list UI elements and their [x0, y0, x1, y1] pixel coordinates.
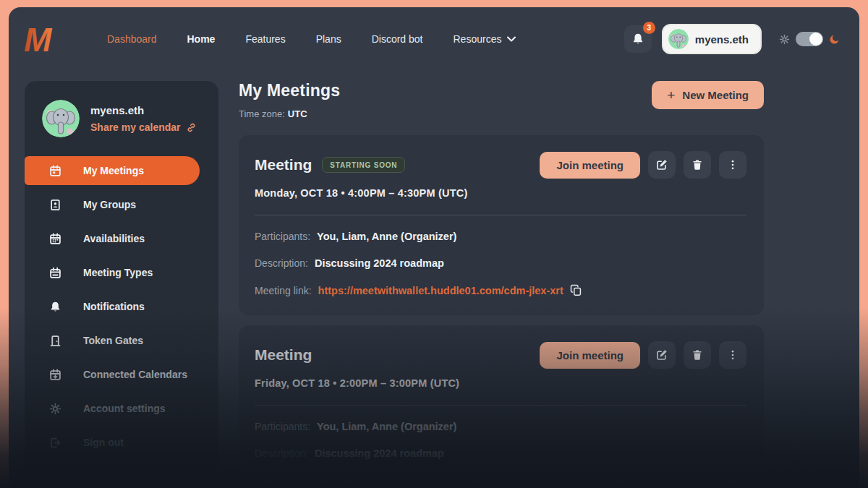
notification-count-badge: 3 — [643, 22, 655, 34]
meeting-link-label: Meeting link: — [255, 285, 312, 296]
participants-value: You, Liam, Anne (Organizer) — [317, 421, 456, 432]
divider — [255, 405, 746, 406]
theme-toggle[interactable] — [796, 32, 823, 46]
trash-icon — [692, 349, 703, 361]
more-options-button[interactable] — [719, 341, 746, 369]
gear-icon — [49, 403, 61, 415]
meeting-datetime: Monday, OCT 18 • 4:00PM – 4:30PM (UTC) — [255, 187, 746, 199]
nav-link-resources-label: Resources — [454, 33, 502, 45]
delete-meeting-button[interactable] — [684, 151, 711, 179]
description-label: Description: — [255, 448, 308, 459]
nav-links: Dashboard Home Features Plans Discord bo… — [107, 33, 516, 45]
sidebar-item-label: Availabilities — [83, 233, 145, 244]
main-header: My Meetings Time zone:UTC + New Meeting — [239, 81, 764, 119]
divider — [255, 215, 746, 215]
participants-row: Participants: You, Liam, Anne (Organizer… — [255, 421, 746, 432]
sidebar-item-my-meetings[interactable]: My Meetings — [25, 156, 200, 185]
gear-icon[interactable] — [779, 34, 790, 45]
participants-row: Participants: You, Liam, Anne (Organizer… — [255, 231, 746, 242]
sidebar-item-connected-calendars[interactable]: Connected Calendars — [25, 360, 218, 389]
avatar — [42, 100, 80, 137]
nav-link-discord-bot[interactable]: Discord bot — [372, 33, 423, 45]
sidebar-item-meeting-types[interactable]: Meeting Types — [25, 258, 218, 287]
status-badge: STARTING SOON — [322, 157, 405, 173]
meeting-link-row: Meeting link: https://meetwithwallet.hud… — [255, 284, 746, 296]
description-row: Description: Discussing 2024 roadmap — [255, 448, 746, 459]
meeting-link[interactable]: https://meetwithwallet.huddle01.com/cdm-… — [318, 285, 563, 296]
sidebar-item-sign-out[interactable]: Sign out — [25, 428, 218, 457]
door-icon — [49, 335, 61, 347]
calendar-type-icon — [49, 267, 61, 279]
sidebar-item-account-settings[interactable]: Account settings — [25, 394, 218, 423]
calendar-icon — [49, 165, 61, 177]
nav-link-dashboard[interactable]: Dashboard — [107, 33, 157, 45]
share-calendar-link[interactable]: Share my calendar — [90, 121, 197, 133]
timezone-line: Time zone:UTC — [239, 108, 340, 119]
chevron-down-icon — [507, 36, 516, 42]
meeting-actions: Join meeting — [540, 341, 746, 369]
calendar-plus-icon — [49, 369, 61, 381]
new-meeting-label: New Meeting — [682, 89, 749, 101]
nav-link-resources[interactable]: Resources — [454, 33, 516, 45]
moon-icon — [829, 33, 841, 45]
kebab-menu-icon — [727, 159, 739, 171]
top-navigation: M Dashboard Home Features Plans Discord … — [9, 7, 859, 65]
toggle-knob — [809, 33, 822, 46]
brand-logo-icon[interactable]: M — [23, 22, 62, 56]
notifications-button[interactable]: 3 — [624, 25, 652, 53]
profile-username: myens.eth — [90, 104, 197, 116]
plus-icon: + — [667, 88, 675, 102]
more-options-button[interactable] — [719, 151, 746, 179]
participants-label: Participants: — [255, 231, 310, 242]
bell-icon — [49, 301, 61, 313]
sidebar-item-my-groups[interactable]: My Groups — [25, 190, 218, 219]
edit-meeting-button[interactable] — [648, 151, 676, 179]
meeting-title: Meeting — [255, 156, 312, 174]
new-meeting-button[interactable]: + New Meeting — [652, 81, 764, 109]
timezone-value: UTC — [288, 108, 307, 119]
kebab-menu-icon — [727, 349, 739, 361]
sidebar-item-label: Token Gates — [83, 335, 143, 346]
sidebar-item-label: Notifications — [83, 301, 145, 312]
sidebar-item-availabilities[interactable]: Availabilities — [25, 224, 218, 253]
nav-link-home[interactable]: Home — [187, 33, 216, 45]
join-meeting-button[interactable]: Join meeting — [540, 342, 640, 369]
link-icon — [186, 122, 197, 133]
calendar-grid-icon — [49, 233, 61, 245]
copy-icon — [570, 284, 582, 296]
nav-link-plans[interactable]: Plans — [316, 33, 341, 45]
edit-meeting-button[interactable] — [648, 341, 676, 369]
groups-icon — [49, 199, 61, 211]
delete-meeting-button[interactable] — [684, 341, 711, 369]
meeting-card-header: Meeting Join meeting — [255, 341, 746, 369]
meeting-title: Meeting — [255, 346, 312, 364]
sidebar-item-label: Account settings — [83, 403, 166, 414]
description-label: Description: — [255, 257, 308, 269]
meeting-datetime: Friday, OCT 18 • 2:00PM – 3:00PM (UTC) — [255, 377, 746, 389]
wallet-account-button[interactable]: myens.eth — [662, 24, 762, 54]
sidebar-item-notifications[interactable]: Notifications — [25, 292, 218, 321]
nav-link-features[interactable]: Features — [245, 33, 285, 45]
main-header-text: My Meetings Time zone:UTC — [239, 81, 340, 119]
bell-icon — [631, 33, 644, 46]
meeting-card-header: Meeting STARTING SOON Join meeting — [255, 151, 746, 179]
description-value: Discussing 2024 roadmap — [315, 257, 444, 269]
copy-link-button[interactable] — [570, 284, 582, 296]
sidebar-item-label: Connected Calendars — [83, 369, 187, 380]
sidebar-item-label: My Groups — [83, 199, 136, 210]
participants-value: You, Liam, Anne (Organizer) — [317, 231, 456, 242]
description-value: Discussing 2024 roadmap — [315, 448, 444, 459]
join-meeting-button[interactable]: Join meeting — [540, 152, 640, 179]
nav-right-controls: 3 — [624, 24, 841, 54]
sidebar-item-label: Meeting Types — [83, 267, 153, 278]
page-body: myens.eth Share my calendar — [9, 65, 859, 488]
description-row: Description: Discussing 2024 roadmap — [255, 257, 746, 269]
edit-icon — [656, 159, 668, 171]
sidebar-item-label: My Meetings — [83, 165, 144, 176]
sidebar-item-label: Sign out — [83, 437, 124, 448]
trash-icon — [692, 159, 703, 171]
meeting-card: Meeting STARTING SOON Join meeting — [239, 135, 764, 315]
edit-icon — [656, 349, 668, 361]
sidebar-item-token-gates[interactable]: Token Gates — [25, 326, 218, 355]
svg-text:M: M — [24, 22, 53, 56]
